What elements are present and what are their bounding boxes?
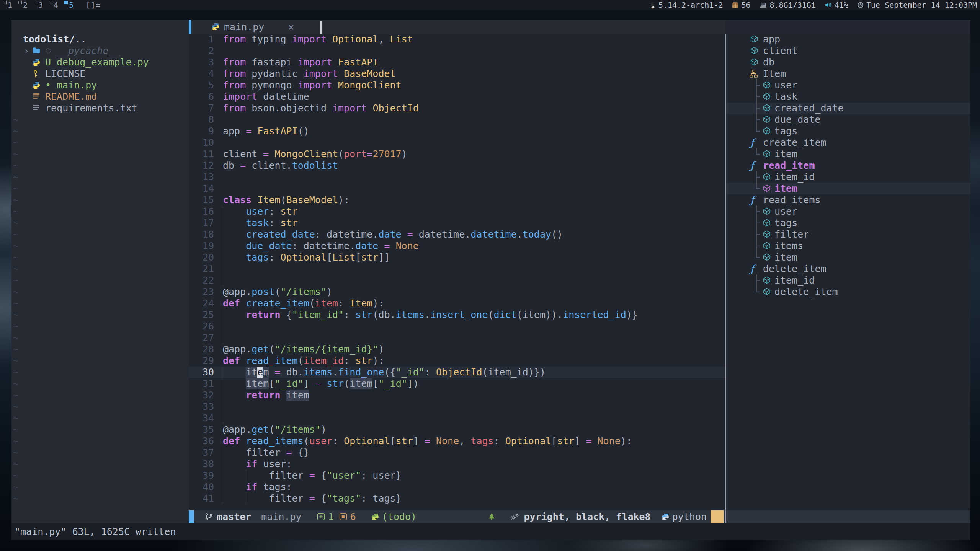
code-line-10[interactable] [189, 137, 725, 148]
code-line-22[interactable] [189, 275, 725, 286]
buffer-tabline: main.py × [189, 20, 725, 34]
outline-item-tags[interactable]: ├tags [726, 217, 970, 229]
chevron-right-icon[interactable]: › [24, 45, 29, 57]
outline-item-user[interactable]: ├user [726, 206, 970, 217]
line-number-5: 5 [189, 80, 214, 91]
mode-indicator-bar [189, 510, 194, 523]
code-editor[interactable]: from typing import Optional, List12from … [189, 34, 725, 510]
outline-item-item[interactable]: └item [726, 148, 970, 160]
outline-item-item_id[interactable]: ├item_id [726, 275, 970, 286]
outline-item-tags[interactable]: └tags [726, 126, 970, 137]
workspace-4[interactable]: 4 [48, 0, 64, 10]
code-line-27[interactable] [189, 332, 725, 344]
code-line-29[interactable]: def read_item(item_id: str): [189, 355, 725, 367]
outline-item-item[interactable]: └item [726, 252, 970, 263]
command-line-message: "main.py" 63L, 1625C written [11, 523, 970, 540]
outline-item-due_date[interactable]: ├due_date [726, 114, 970, 126]
md-icon [33, 93, 40, 99]
outline-item-user[interactable]: ├user [726, 80, 970, 91]
code-line-38[interactable]: if user: [189, 458, 725, 470]
outline-item-delete_item[interactable]: └delete_item [726, 286, 970, 298]
line-number-32: 32 [189, 390, 214, 401]
workspace-2[interactable]: 2 [18, 0, 33, 10]
outline-item-filter[interactable]: ├filter [726, 229, 970, 240]
outline-item-delete_item[interactable]: ƒdelete_item [726, 263, 970, 275]
line-number-36: 36 [189, 435, 214, 447]
workspace-1[interactable]: 1 [2, 0, 18, 10]
empty-line-marker: ~ [13, 367, 28, 378]
code-line-28[interactable]: @app.get("/items/{item_id}") [189, 344, 725, 355]
code-line-6[interactable]: import datetime [189, 91, 725, 103]
code-line-33[interactable] [189, 401, 725, 412]
code-line-37[interactable]: filter = {} [189, 447, 725, 458]
code-line-21[interactable] [189, 263, 725, 275]
code-line-11[interactable]: client = MongoClient(port=27017) [189, 148, 725, 160]
outline-item-app[interactable]: app [726, 34, 970, 45]
tab-main-py[interactable]: main.py × [212, 20, 294, 34]
code-line-1[interactable]: from typing import Optional, List [189, 34, 725, 45]
workspace-list: 12345 [2, 0, 79, 10]
code-line-16[interactable]: user: str [189, 206, 725, 217]
code-line-7[interactable]: from bson.objectid import ObjectId [189, 103, 725, 114]
workspace-5[interactable]: 5 [64, 0, 79, 10]
code-line-34[interactable] [189, 412, 725, 424]
workspace-3[interactable]: 3 [33, 0, 48, 10]
outline-item-Item[interactable]: Item [726, 68, 970, 80]
outline-item-created_date[interactable]: ├created_date [726, 103, 970, 114]
outline-item-db[interactable]: db [726, 57, 970, 68]
code-line-24[interactable]: def create_item(item: Item): [189, 298, 725, 309]
tree-root-label[interactable]: todolist/.. [11, 34, 189, 45]
linters-label: pyright, black, flake8 [524, 511, 651, 522]
outline-item-item_id[interactable]: ├item_id [726, 171, 970, 183]
git-status-prefix: U [45, 57, 51, 68]
code-line-18[interactable]: created_date: datetime.date = datetime.d… [189, 229, 725, 240]
outline-item-client[interactable]: client [726, 45, 970, 57]
workspace-indicator [3, 1, 7, 4]
code-line-25[interactable]: return {"item_id": str(db.items.insert_o… [189, 309, 725, 321]
code-line-12[interactable]: db = client.todolist [189, 160, 725, 171]
code-line-20[interactable]: tags: Optional[List[str]] [189, 252, 725, 263]
outline-item-create_item[interactable]: ƒcreate_item [726, 137, 970, 148]
code-line-19[interactable]: due_date: datetime.date = None [189, 240, 725, 252]
code-line-15[interactable]: class Item(BaseModel): [189, 194, 725, 206]
code-line-30[interactable]: item = db.items.find_one({"_id": ObjectI… [189, 367, 725, 378]
code-line-39[interactable]: filter = {"user": user} [189, 470, 725, 481]
code-line-3[interactable]: from fastapi import FastAPI [189, 57, 725, 68]
code-line-9[interactable]: app = FastAPI() [189, 126, 725, 137]
outline-item-read_items[interactable]: ƒread_items [726, 194, 970, 206]
tree-item-main-py[interactable]: •main.py [11, 80, 189, 91]
outline-item-items[interactable]: ├items [726, 240, 970, 252]
code-line-text: created_date: datetime.date = datetime.d… [223, 229, 563, 240]
code-line-8[interactable] [189, 114, 725, 126]
outline-item-read_item[interactable]: ƒread_item [726, 160, 970, 171]
code-line-31[interactable]: item["_id"] = str(item["_id"]) [189, 378, 725, 390]
outline-item-item[interactable]: └item [726, 183, 970, 194]
code-line-17[interactable]: task: str [189, 217, 725, 229]
outline-label: filter [774, 229, 809, 240]
code-line-4[interactable]: from pydantic import BaseModel [189, 68, 725, 80]
tree-item-license[interactable]: LICENSE [11, 68, 189, 80]
code-line-text: filter = {"tags": tags} [223, 493, 402, 504]
code-line-32[interactable]: return item [189, 390, 725, 401]
code-line-26[interactable] [189, 321, 725, 332]
tree-item--pycache-[interactable]: ›__pycache__ [11, 45, 189, 57]
tabline-accent-bar [189, 20, 191, 34]
code-line-41[interactable]: filter = {"tags": tags} [189, 493, 725, 504]
tree-item-requirements-txt[interactable]: requirements.txt [11, 103, 189, 114]
code-line-23[interactable]: @app.post("/items") [189, 286, 725, 298]
code-line-14[interactable] [189, 183, 725, 194]
code-line-13[interactable] [189, 171, 725, 183]
code-line-text: if tags: [223, 481, 292, 493]
tree-connector: ├ [753, 240, 760, 252]
tree-item-readme-md[interactable]: README.md [11, 91, 189, 103]
empty-line-marker: ~ [13, 493, 28, 504]
code-line-35[interactable]: @app.get("/items") [189, 424, 725, 435]
code-line-2[interactable] [189, 45, 725, 57]
code-line-5[interactable]: from pymongo import MongoClient [189, 80, 725, 91]
code-line-40[interactable]: if tags: [189, 481, 725, 493]
tree-item-debug-example-py[interactable]: Udebug_example.py [11, 57, 189, 68]
outline-item-task[interactable]: ├task [726, 91, 970, 103]
code-line-36[interactable]: def read_items(user: Optional[str] = Non… [189, 435, 725, 447]
tab-close-icon[interactable]: × [288, 21, 294, 33]
empty-line-marker: ~ [13, 171, 28, 183]
